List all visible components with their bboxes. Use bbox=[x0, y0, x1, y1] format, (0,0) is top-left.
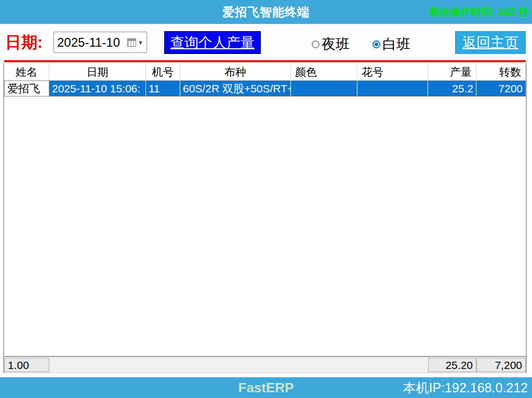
cell-date[interactable]: 2025-11-10 15:06: bbox=[49, 80, 146, 97]
cell-revolutions[interactable]: 7200 bbox=[476, 80, 526, 97]
local-ip-label: 本机IP:192.168.0.212 bbox=[403, 377, 528, 398]
table-header-row: 姓名 日期 机号 布种 颜色 花号 产量 转数 bbox=[4, 63, 526, 80]
summary-spacer bbox=[180, 358, 291, 372]
summary-count: 1.00 bbox=[4, 358, 49, 372]
cell-machine-no[interactable]: 11 bbox=[146, 80, 180, 97]
chevron-down-icon: ▼ bbox=[138, 39, 143, 46]
footer-bar: FastERP 本机IP:192.168.0.212 bbox=[0, 377, 532, 398]
return-home-button[interactable]: 返回主页 bbox=[455, 31, 526, 54]
summary-spacer bbox=[49, 358, 146, 372]
column-header-production[interactable]: 产量 bbox=[428, 63, 476, 80]
radio-checked-icon[interactable] bbox=[373, 40, 380, 48]
summary-production-total: 25.20 bbox=[428, 358, 476, 372]
date-picker-dropdown-button[interactable]: ▼ bbox=[127, 38, 143, 47]
column-header-color[interactable]: 颜色 bbox=[291, 63, 357, 80]
cell-fabric-type[interactable]: 60S/2R 双股+50S/RT+ bbox=[180, 80, 291, 97]
night-shift-label: 夜班 bbox=[322, 35, 350, 53]
shift-radio-group: 夜班 白班 bbox=[312, 35, 410, 53]
app-window: 爱招飞智能终端 剩余操作时间: 582 秒 日期: 2025-11-10 ▼ 查… bbox=[0, 0, 532, 398]
cell-color[interactable] bbox=[291, 80, 357, 97]
column-header-fabric-type[interactable]: 布种 bbox=[180, 63, 291, 80]
radio-night-shift[interactable]: 夜班 bbox=[312, 35, 350, 53]
summary-spacer bbox=[357, 358, 428, 372]
cell-name[interactable]: 爱招飞 bbox=[4, 80, 49, 97]
radio-day-shift[interactable]: 白班 bbox=[373, 35, 410, 53]
summary-spacer bbox=[146, 358, 180, 372]
title-bar: 爱招飞智能终端 剩余操作时间: 582 秒 bbox=[0, 0, 532, 24]
summary-spacer bbox=[291, 358, 357, 372]
date-label: 日期: bbox=[5, 32, 43, 53]
radio-unchecked-icon[interactable] bbox=[312, 40, 320, 48]
column-header-date[interactable]: 日期 bbox=[49, 63, 146, 80]
remaining-time-counter: 剩余操作时间: 582 秒 bbox=[430, 0, 529, 24]
column-header-machine-no[interactable]: 机号 bbox=[146, 63, 180, 80]
table-summary-row: 1.00 25.20 7,200 bbox=[3, 356, 527, 373]
day-shift-label: 白班 bbox=[382, 35, 410, 53]
calendar-icon bbox=[127, 38, 136, 47]
column-header-pattern-no[interactable]: 花号 bbox=[357, 63, 428, 80]
column-header-name[interactable]: 姓名 bbox=[4, 63, 49, 80]
date-picker-input[interactable]: 2025-11-10 ▼ bbox=[54, 32, 147, 53]
table-row-selected[interactable]: 爱招飞 2025-11-10 15:06: 11 60S/2R 双股+50S/R… bbox=[4, 80, 526, 97]
summary-revolutions-total: 7,200 bbox=[476, 358, 526, 372]
cell-pattern-no[interactable] bbox=[357, 80, 428, 97]
toolbar: 日期: 2025-11-10 ▼ 查询个人产量 夜班 白班 返回主页 bbox=[0, 24, 532, 60]
production-table: 姓名 日期 机号 布种 颜色 花号 产量 转数 爱招飞 2025-11-10 1… bbox=[3, 63, 527, 356]
date-value[interactable]: 2025-11-10 bbox=[57, 35, 127, 50]
query-personal-production-button[interactable]: 查询个人产量 bbox=[164, 31, 261, 54]
red-separator-line bbox=[4, 60, 526, 62]
cell-production[interactable]: 25.2 bbox=[428, 80, 476, 97]
column-header-revolutions[interactable]: 转数 bbox=[476, 63, 526, 80]
radio-dot bbox=[375, 43, 378, 46]
